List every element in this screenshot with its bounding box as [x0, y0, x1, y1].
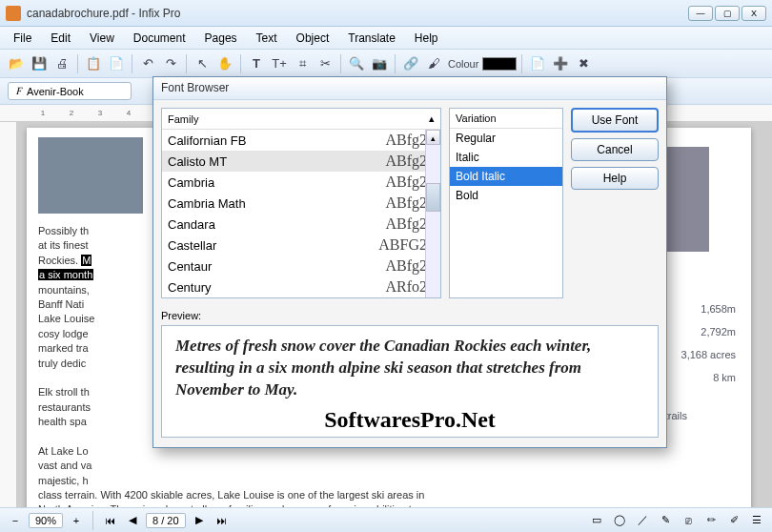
- menu-help[interactable]: Help: [405, 29, 448, 48]
- variation-item[interactable]: Italic: [450, 148, 562, 167]
- variation-item[interactable]: Bold Italic: [450, 167, 562, 186]
- family-row: Calisto MTABfg27: [162, 151, 440, 172]
- undo-icon[interactable]: ↶: [137, 53, 158, 74]
- menu-pages[interactable]: Pages: [195, 29, 247, 48]
- family-row: Californian FBABfg27: [162, 130, 440, 151]
- maximize-button[interactable]: ▢: [715, 6, 740, 21]
- page-insert-icon[interactable]: ➕: [550, 53, 571, 74]
- family-row: CenturyARfo27: [162, 276, 440, 297]
- sort-icon[interactable]: ▴: [429, 113, 435, 125]
- copy-icon[interactable]: 📋: [83, 53, 104, 74]
- stamp-tool-icon[interactable]: ☰: [747, 511, 766, 530]
- page-field[interactable]: 8 / 20: [146, 513, 186, 528]
- note-tool-icon[interactable]: ✐: [724, 511, 743, 530]
- line-tool-icon[interactable]: ／: [633, 511, 652, 530]
- preview-text: Metres of fresh snow cover the Canadian …: [175, 336, 644, 401]
- paste-icon[interactable]: 📄: [106, 53, 127, 74]
- font-browser-dialog: Font Browser Family▴ Californian FBABfg2…: [152, 76, 667, 448]
- close-button[interactable]: X: [742, 6, 766, 21]
- pen-tool-icon[interactable]: ✎: [656, 511, 675, 530]
- prev-page-icon[interactable]: ◀: [123, 511, 142, 530]
- menubar: File Edit View Document Pages Text Objec…: [0, 27, 772, 50]
- main-toolbar: 📂 💾 🖨 📋 📄 ↶ ↷ ↖ ✋ T T+ ⌗ ✂ 🔍 📷 🔗 🖌 Colou…: [0, 50, 772, 78]
- crop-icon[interactable]: ⌗: [292, 53, 313, 74]
- colour-label: Colour: [448, 58, 478, 70]
- family-label: Family: [168, 113, 198, 125]
- photo-placeholder: [38, 137, 143, 214]
- window-title: canadabrochure.pdf - Infix Pro: [27, 7, 688, 20]
- highlight-tool-icon[interactable]: ⎚: [679, 511, 698, 530]
- camera-icon[interactable]: 📷: [369, 53, 390, 74]
- variation-item[interactable]: Regular: [450, 129, 562, 148]
- preview-label: Preview:: [161, 310, 659, 321]
- link-icon[interactable]: ✂: [315, 53, 335, 74]
- hyperlink-icon[interactable]: 🔗: [400, 53, 421, 74]
- menu-edit[interactable]: Edit: [41, 29, 80, 48]
- menu-file[interactable]: File: [4, 29, 41, 48]
- font-family-dropdown[interactable]: 𝐹 Avenir-Book: [8, 82, 132, 100]
- preview-box: Metres of fresh snow cover the Canadian …: [161, 325, 659, 438]
- page-delete-icon[interactable]: ✖: [573, 53, 594, 74]
- pointer-icon[interactable]: ↖: [192, 53, 213, 74]
- open-icon[interactable]: 📂: [6, 53, 27, 74]
- next-page-icon[interactable]: ▶: [190, 511, 209, 530]
- dialog-title: Font Browser: [153, 77, 666, 100]
- draw-tool-icon[interactable]: ✏: [701, 511, 721, 530]
- text-tool-icon[interactable]: T: [246, 53, 267, 74]
- save-icon[interactable]: 💾: [29, 53, 50, 74]
- use-font-button[interactable]: Use Font: [571, 108, 659, 133]
- ellipse-tool-icon[interactable]: ◯: [610, 511, 629, 530]
- print-icon[interactable]: 🖨: [51, 53, 72, 74]
- menu-object[interactable]: Object: [287, 29, 339, 48]
- last-page-icon[interactable]: ⏭: [213, 511, 232, 530]
- redo-icon[interactable]: ↷: [160, 53, 181, 74]
- family-list-box: Family▴ Californian FBABfg27 Calisto MTA…: [161, 108, 441, 298]
- menu-document[interactable]: Document: [124, 29, 195, 48]
- cancel-button[interactable]: Cancel: [571, 138, 659, 161]
- variation-item[interactable]: Bold: [450, 186, 562, 205]
- statusbar: − 90% + ⏮ ◀ 8 / 20 ▶ ⏭ ▭ ◯ ／ ✎ ⎚ ✏ ✐ ☰: [0, 507, 772, 532]
- titlebar: canadabrochure.pdf - Infix Pro — ▢ X: [0, 0, 772, 27]
- text-plus-icon[interactable]: T+: [269, 53, 290, 74]
- family-scrollbar[interactable]: ▴: [425, 130, 440, 297]
- zoom-out-icon[interactable]: −: [6, 511, 25, 530]
- colour-swatch[interactable]: [482, 57, 517, 71]
- font-icon: 𝐹: [16, 85, 23, 97]
- zoom-field[interactable]: 90%: [29, 513, 63, 528]
- brush-icon[interactable]: 🖌: [423, 53, 444, 74]
- family-row: CambriaABfg27: [162, 172, 440, 193]
- menu-view[interactable]: View: [80, 29, 124, 48]
- family-row: CentaurABfg27: [162, 256, 440, 276]
- family-list[interactable]: Californian FBABfg27 Calisto MTABfg27 Ca…: [162, 130, 440, 297]
- family-row: Cambria MathABfg27: [162, 193, 440, 214]
- watermark-text: SoftwaresPro.Net: [175, 407, 644, 433]
- menu-translate[interactable]: Translate: [338, 29, 405, 48]
- first-page-icon[interactable]: ⏮: [100, 511, 119, 530]
- family-row: CandaraABfg27: [162, 214, 440, 235]
- font-family-value: Avenir-Book: [27, 86, 84, 97]
- search-icon[interactable]: 🔍: [346, 53, 367, 74]
- help-button[interactable]: Help: [571, 167, 659, 190]
- zoom-in-icon[interactable]: +: [67, 511, 86, 530]
- vertical-ruler: [0, 122, 17, 507]
- menu-text[interactable]: Text: [247, 29, 287, 48]
- rect-tool-icon[interactable]: ▭: [587, 511, 606, 530]
- hand-icon[interactable]: ✋: [214, 53, 235, 74]
- variation-label: Variation: [450, 109, 562, 129]
- page-add-icon[interactable]: 📄: [527, 53, 548, 74]
- minimize-button[interactable]: —: [688, 6, 713, 21]
- family-row: CastellarABFG27: [162, 235, 440, 256]
- variation-list-box: Variation Regular Italic Bold Italic Bol…: [449, 108, 563, 298]
- app-icon: [6, 6, 21, 21]
